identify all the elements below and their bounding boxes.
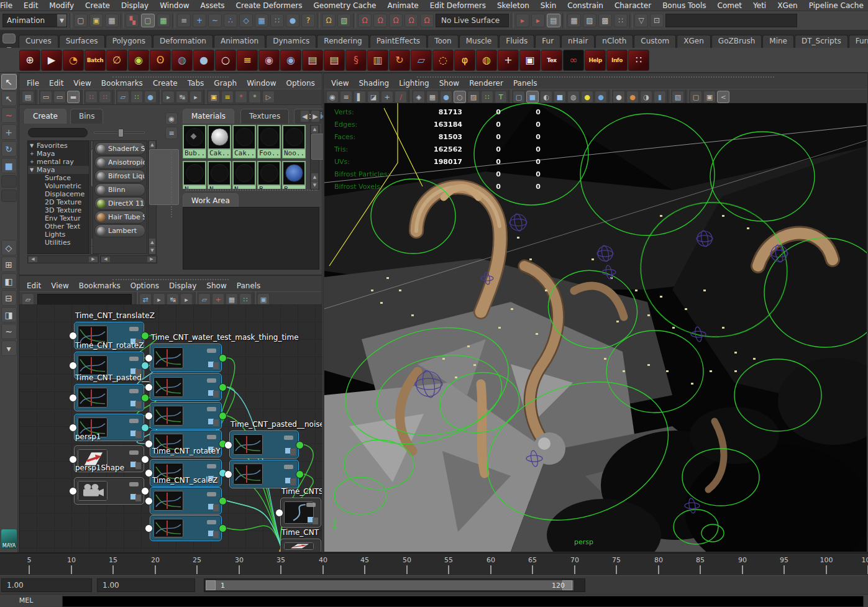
node-time-cnt-water-test-mask-thing-time[interactable] (150, 344, 222, 372)
node-time-cnt-pasted-noise1-time[interactable] (74, 384, 144, 411)
output-port[interactable] (219, 497, 227, 505)
select-hierarchy-icon[interactable]: ▚ (126, 14, 139, 27)
rman-fish-icon[interactable]: § (345, 50, 367, 71)
tree-item-other-text[interactable]: Other Text (28, 222, 89, 230)
checker-sphere-icon[interactable]: ◍ (567, 91, 580, 103)
tab-materials[interactable]: Materials (183, 109, 234, 124)
menu-item-yeti[interactable]: Yeti (747, 0, 772, 11)
shelf-tab-nhair[interactable]: nHair (561, 35, 595, 48)
shelf-tab-curves[interactable]: Curves (19, 35, 58, 48)
shelf-tab-animation[interactable]: Animation (214, 35, 265, 48)
menu-item-geometry-cache[interactable]: Geometry Cache (308, 0, 381, 11)
menu-item-create-deformers[interactable]: Create Deformers (231, 0, 308, 11)
input-port[interactable] (69, 424, 77, 432)
swatch-image[interactable] (282, 161, 306, 186)
move-right-icon[interactable]: ∷ (99, 91, 111, 103)
output-connections-icon[interactable]: ▸ (180, 293, 193, 306)
tree-item-lights[interactable]: Lights (28, 230, 89, 239)
light-dot-icon[interactable]: ● (581, 91, 593, 103)
rman-cube-icon[interactable]: ▣ (519, 50, 541, 71)
hypershade-persp-layout[interactable]: ◨ (1, 307, 17, 322)
magnet-live-icon[interactable]: Ω (420, 14, 434, 27)
scroll-up-icon[interactable]: ▲ (149, 141, 155, 148)
node-collapse-icon[interactable] (129, 419, 139, 423)
film-gate-icon[interactable]: ▦ (426, 91, 439, 103)
node-editor-canvas[interactable]: Time_CNT_translateZTime_CNT_rotateZTime_… (19, 304, 322, 552)
input-port[interactable] (224, 470, 232, 478)
clipboard-icon[interactable]: ▤ (22, 91, 34, 103)
material-swatch-cak[interactable]: Cak... (232, 125, 256, 158)
scroll-up-icon[interactable]: ▲ (149, 239, 155, 246)
highlight-select-icon[interactable]: ▧ (337, 14, 351, 27)
panel-drag-handle[interactable] (112, 73, 229, 78)
input-port[interactable] (145, 412, 153, 420)
output-port[interactable] (219, 383, 227, 391)
four-pane-layout[interactable]: ⊞ (1, 257, 17, 272)
menu-item-bookmarks[interactable]: Bookmarks (74, 281, 126, 290)
list-view-icon[interactable]: ≡ (165, 127, 178, 139)
rman-folder-icon[interactable]: ▱ (411, 50, 432, 71)
shaded-sphere-icon[interactable]: ● (440, 91, 452, 103)
tree-expand-icon[interactable]: + (30, 151, 37, 157)
rman-expression-icon[interactable]: ʘ (150, 50, 171, 71)
wire-box-icon[interactable]: ▢ (690, 91, 702, 103)
shelf-tab-mine[interactable]: Mine (762, 35, 794, 48)
menu-item-file[interactable]: File (0, 0, 18, 11)
expand-arrows-icon[interactable]: ▷ (262, 91, 275, 103)
rman-globe-icon[interactable]: ⊕ (19, 50, 40, 71)
menuset-dropdown[interactable]: Animation ▼ (2, 14, 67, 27)
cube-blue-icon[interactable]: ■ (554, 91, 566, 103)
input-port[interactable] (275, 509, 283, 517)
shader-button-bifrost-liqu[interactable]: Bifrost Liqu (94, 170, 145, 183)
menu-item-view[interactable]: View (68, 79, 96, 88)
rman-puzzle-icon[interactable]: ∷ (628, 50, 649, 71)
lock-icon[interactable]: Ω (322, 14, 336, 27)
rearrange-graph-icon[interactable]: ∷ (130, 91, 143, 103)
splitter-dots[interactable] (186, 189, 318, 191)
input-port[interactable] (145, 469, 153, 477)
image-plane-icon[interactable]: ◪ (367, 91, 380, 103)
input-port[interactable] (224, 441, 232, 449)
rman-ptc-sphere2-icon[interactable]: ◉ (280, 50, 301, 71)
joints-icon[interactable]: ∷ (481, 91, 493, 103)
rman-wire-sphere-icon[interactable]: ◍ (476, 50, 497, 71)
material-swatch-n[interactable]: N... (232, 161, 256, 189)
lasso-tool[interactable]: ↖ (1, 91, 17, 106)
node-persp1[interactable] (74, 414, 144, 441)
node-collapse-icon[interactable] (207, 349, 216, 353)
snap-plane-icon[interactable]: ◇ (239, 14, 253, 27)
swatch-image[interactable] (282, 125, 306, 150)
menu-item-view[interactable]: View (326, 79, 354, 88)
notes-icon[interactable]: ▤ (547, 14, 560, 27)
rman-blinds-icon[interactable]: ▤ (302, 50, 323, 71)
help-mode-icon[interactable]: ? (301, 14, 315, 27)
tree-expand-icon[interactable]: ▼ (30, 167, 37, 173)
rman-help-icon[interactable]: Help (585, 50, 606, 71)
node-m2[interactable] (150, 373, 222, 401)
tree-item-maya[interactable]: ▼Maya (28, 166, 89, 174)
input-port[interactable] (69, 487, 77, 495)
half-sphere-icon[interactable]: ◑ (640, 91, 652, 103)
selection-mask-dropdown[interactable]: ▽ (634, 14, 648, 27)
node-time-cnt-rotatez[interactable] (74, 352, 144, 379)
tree-item-env-textur[interactable]: Env Textur (28, 214, 89, 222)
history-input-icon[interactable]: ▸ (516, 14, 529, 27)
rman-render-icon[interactable]: ▶ (41, 50, 62, 71)
shader-button-shaderfx-s[interactable]: Shaderfx S (94, 142, 145, 155)
rman-ptc-sphere-icon[interactable]: ◉ (258, 50, 280, 71)
input-port[interactable] (145, 524, 153, 532)
clear-graph-icon[interactable]: ▱ (117, 91, 129, 103)
swatch-image[interactable] (232, 125, 256, 150)
input-port[interactable] (69, 394, 77, 402)
swatch-image[interactable] (183, 161, 206, 186)
grey-sphere-icon[interactable]: ● (613, 91, 625, 103)
graph-input-icon[interactable]: ▸ (162, 91, 175, 103)
swatch-size-slider[interactable] (94, 132, 145, 134)
move-left-icon[interactable]: ∷ (85, 91, 98, 103)
time-slider[interactable]: 5101520253035404550556065707580859095100… (0, 552, 868, 575)
node-collapse-icon[interactable] (129, 327, 139, 331)
menu-item-skeleton[interactable]: Skeleton (491, 0, 535, 11)
shelf-tab-dt-scripts[interactable]: DT_Scripts (795, 35, 848, 48)
snap-curve-icon[interactable]: ~ (208, 14, 222, 27)
snap-point-icon[interactable]: ∴ (224, 14, 237, 27)
